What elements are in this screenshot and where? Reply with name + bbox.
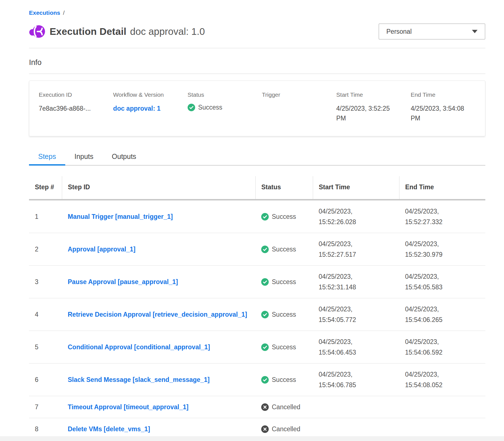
step-id-link[interactable]: Retrieve Decision Approval [retrieve_dec… <box>68 311 247 318</box>
success-icon <box>261 311 269 318</box>
column-header-status: Status <box>255 176 313 200</box>
info-section-title: Info <box>29 58 485 67</box>
success-icon <box>261 278 269 286</box>
tab-outputs[interactable]: Outputs <box>103 152 146 166</box>
success-icon <box>261 213 269 220</box>
step-end-time: 04/25/2023,15:54:06.592 <box>399 331 485 364</box>
success-icon <box>261 376 269 384</box>
info-label: Start Time <box>336 91 408 98</box>
info-field-trigger: Trigger <box>262 91 334 123</box>
step-end-time: 04/25/2023,15:54:06.265 <box>399 298 485 331</box>
tab-inputs[interactable]: Inputs <box>65 152 103 166</box>
step-status-text: Success <box>272 310 296 319</box>
chevron-down-icon <box>472 30 478 33</box>
steps-table: Step # Step ID Status Start Time End Tim… <box>29 176 485 440</box>
table-row: 2 Approval [approval_1] Success 04/25/20… <box>29 233 485 266</box>
step-end-time <box>399 396 485 418</box>
step-end-time: 04/25/2023,15:54:08.052 <box>399 364 485 396</box>
step-start-time: 04/25/2023,15:52:27.517 <box>313 233 399 266</box>
success-icon <box>261 246 269 253</box>
step-num: 4 <box>29 298 62 331</box>
table-row: 1 Manual Trigger [manual_trigger_1] Succ… <box>29 200 485 233</box>
step-start-time: 04/25/2023,15:54:05.772 <box>313 298 399 331</box>
page-subtitle: doc approval: 1.0 <box>130 26 205 37</box>
step-num: 5 <box>29 331 62 364</box>
step-id-link[interactable]: Approval [approval_1] <box>68 246 135 253</box>
step-id-link[interactable]: Manual Trigger [manual_trigger_1] <box>68 213 173 220</box>
step-start-time: 04/25/2023,15:52:31.148 <box>313 266 399 298</box>
step-status-text: Cancelled <box>272 402 300 412</box>
info-label: Trigger <box>262 91 334 98</box>
table-row: 7 Timeout Approval [timeout_approval_1] … <box>29 396 485 418</box>
step-id-link[interactable]: Pause Approval [pause_approval_1] <box>68 278 178 285</box>
info-label: Execution ID <box>39 91 110 98</box>
success-icon <box>188 104 195 111</box>
step-status-text: Success <box>272 277 296 287</box>
table-header-row: Step # Step ID Status Start Time End Tim… <box>29 176 485 200</box>
column-header-step-id: Step ID <box>62 176 255 200</box>
title-row: Execution Detail doc approval: 1.0 Perso… <box>29 23 485 40</box>
step-id-link[interactable]: Conditional Approval [conditional_approv… <box>68 343 210 351</box>
info-label: Workflow & Version <box>113 91 185 98</box>
step-num: 2 <box>29 233 62 266</box>
page-title: Execution Detail <box>50 26 127 37</box>
workflow-version-link[interactable]: doc approval: 1 <box>113 105 161 112</box>
info-label: End Time <box>411 91 482 98</box>
execution-id-value: 7e8ac396-a868-... <box>39 104 94 113</box>
table-row: 6 Slack Send Message [slack_send_message… <box>29 364 485 396</box>
info-field-workflow: Workflow & Version doc approval: 1 <box>113 91 185 123</box>
step-num: 6 <box>29 364 62 396</box>
step-id-link[interactable]: Delete VMs [delete_vms_1] <box>68 425 150 433</box>
step-end-time: 04/25/2023,15:52:27.332 <box>399 200 485 233</box>
table-row: 3 Pause Approval [pause_approval_1] Succ… <box>29 266 485 298</box>
info-field-status: Status Success <box>188 91 259 123</box>
step-num: 1 <box>29 200 62 233</box>
column-header-end-time: End Time <box>399 176 485 200</box>
start-time-value: 4/25/2023, 3:52:25 PM <box>336 104 392 123</box>
page-bottom-background <box>0 436 504 441</box>
info-field-end-time: End Time 4/25/2023, 3:54:08 PM <box>411 91 482 123</box>
step-start-time: 04/25/2023,15:52:26.028 <box>313 200 399 233</box>
page: Executions/ Execution Detail doc approva… <box>0 0 504 440</box>
info-divider <box>29 74 485 74</box>
workspace-dropdown-value: Personal <box>386 28 412 35</box>
step-start-time: 04/25/2023,15:54:06.453 <box>313 331 399 364</box>
step-id-link[interactable]: Slack Send Message [slack_send_message_1… <box>68 376 210 383</box>
info-label: Status <box>188 91 259 98</box>
tab-steps[interactable]: Steps <box>29 152 65 166</box>
step-status-text: Cancelled <box>272 424 300 434</box>
step-start-time <box>313 396 399 418</box>
breadcrumb-executions-link[interactable]: Executions <box>29 9 60 16</box>
column-header-step-num: Step # <box>29 176 62 200</box>
step-start-time: 04/25/2023,15:54:06.785 <box>313 364 399 396</box>
info-field-start-time: Start Time 4/25/2023, 3:52:25 PM <box>336 91 408 123</box>
step-end-time: 04/25/2023,15:52:30.979 <box>399 233 485 266</box>
title-divider <box>29 48 485 48</box>
cancelled-icon <box>261 403 269 411</box>
step-num: 7 <box>29 396 62 418</box>
workspace-dropdown[interactable]: Personal <box>379 23 485 40</box>
step-id-link[interactable]: Timeout Approval [timeout_approval_1] <box>68 403 188 411</box>
success-icon <box>261 343 269 351</box>
info-field-execution-id: Execution ID 7e8ac396-a868-... <box>39 91 110 123</box>
end-time-value: 4/25/2023, 3:54:08 PM <box>411 104 466 123</box>
table-row: 4 Retrieve Decision Approval [retrieve_d… <box>29 298 485 331</box>
breadcrumb-separator: / <box>63 9 65 16</box>
step-status-text: Success <box>272 342 296 352</box>
breadcrumb: Executions/ <box>29 9 485 16</box>
table-row: 5 Conditional Approval [conditional_appr… <box>29 331 485 364</box>
workflow-brand-icon <box>29 25 45 38</box>
step-status-text: Success <box>272 212 296 222</box>
step-status-text: Success <box>272 244 296 254</box>
tab-bar: Steps Inputs Outputs <box>29 152 485 166</box>
step-num: 3 <box>29 266 62 298</box>
execution-status-text: Success <box>198 104 222 111</box>
step-status-text: Success <box>272 375 296 385</box>
info-card: Execution ID 7e8ac396-a868-... Workflow … <box>29 81 485 136</box>
cancelled-icon <box>261 425 269 433</box>
step-end-time: 04/25/2023,15:54:05.583 <box>399 266 485 298</box>
column-header-start-time: Start Time <box>313 176 399 200</box>
